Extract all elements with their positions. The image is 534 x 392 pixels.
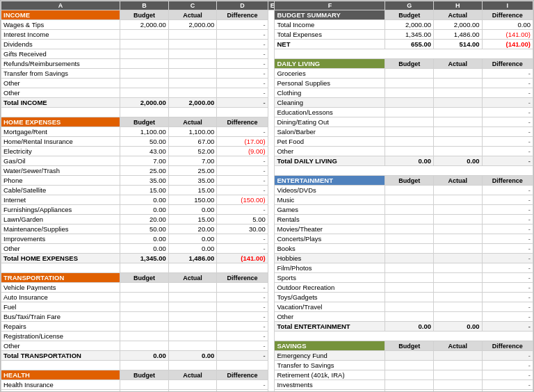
trans-other-budget[interactable] <box>120 341 169 351</box>
health-insurance-budget[interactable] <box>120 380 169 390</box>
gifts-received-actual[interactable] <box>168 49 217 59</box>
vacation-travel-budget[interactable] <box>385 302 434 312</box>
vacation-travel-actual[interactable] <box>433 302 482 312</box>
refunds-actual[interactable] <box>168 59 217 69</box>
internet-budget[interactable]: 0.00 <box>120 195 169 205</box>
gas-oil-actual[interactable]: 7.00 <box>168 156 217 166</box>
videos-dvds-budget[interactable] <box>385 186 434 195</box>
furnishings-budget[interactable]: 0.00 <box>120 205 169 215</box>
interest-actual[interactable] <box>168 30 217 40</box>
movies-theater-actual[interactable] <box>433 224 482 234</box>
income-other1-actual[interactable] <box>168 79 217 88</box>
furnishings-actual[interactable]: 0.00 <box>168 205 217 215</box>
education-lessons-actual[interactable] <box>433 108 482 117</box>
maintenance-budget[interactable]: 50.00 <box>120 224 169 234</box>
hobbies-budget[interactable] <box>385 254 434 263</box>
sports-actual[interactable] <box>433 273 482 283</box>
cleaning-budget[interactable] <box>385 98 434 108</box>
outdoor-rec-actual[interactable] <box>433 283 482 293</box>
clothing-budget[interactable] <box>385 88 434 98</box>
gifts-received-budget[interactable] <box>120 49 169 59</box>
mortgage-rent-budget[interactable]: 1,100.00 <box>120 127 169 137</box>
groceries-budget[interactable] <box>385 69 434 79</box>
education-actual[interactable] <box>433 390 482 393</box>
music-actual[interactable] <box>433 195 482 205</box>
lawn-garden-budget[interactable]: 20.00 <box>120 215 169 224</box>
retirement-budget[interactable] <box>385 370 434 380</box>
transfer-savings2-budget[interactable] <box>385 361 434 370</box>
cable-budget[interactable]: 15.00 <box>120 186 169 195</box>
water-budget[interactable]: 25.00 <box>120 166 169 176</box>
doctor-dentist-budget[interactable] <box>120 390 169 393</box>
registration-budget[interactable] <box>120 332 169 341</box>
ent-other-budget[interactable] <box>385 312 434 322</box>
electricity-actual[interactable]: 52.00 <box>168 147 217 156</box>
dividends-actual[interactable] <box>168 40 217 49</box>
investments-actual[interactable] <box>433 380 482 390</box>
transfer-savings-budget[interactable] <box>120 69 169 79</box>
bus-taxi-budget[interactable] <box>120 312 169 322</box>
toys-gadgets-budget[interactable] <box>385 293 434 302</box>
income-other2-budget[interactable] <box>120 88 169 98</box>
he-other-actual[interactable]: 0.00 <box>168 244 217 254</box>
games-budget[interactable] <box>385 205 434 215</box>
clothing-actual[interactable] <box>433 88 482 98</box>
cleaning-actual[interactable] <box>433 98 482 108</box>
books-actual[interactable] <box>433 244 482 254</box>
ent-other-actual[interactable] <box>433 312 482 322</box>
auto-insurance-actual[interactable] <box>168 293 217 302</box>
transfer-savings-actual[interactable] <box>168 69 217 79</box>
vehicle-payments-actual[interactable] <box>168 283 217 293</box>
outdoor-rec-budget[interactable] <box>385 283 434 293</box>
home-insurance-actual[interactable]: 67.00 <box>168 137 217 147</box>
phone-budget[interactable]: 35.00 <box>120 176 169 186</box>
sports-budget[interactable] <box>385 273 434 283</box>
gas-oil-budget[interactable]: 7.00 <box>120 156 169 166</box>
dl-other-actual[interactable] <box>433 147 482 156</box>
income-other2-actual[interactable] <box>168 88 217 98</box>
film-photos-actual[interactable] <box>433 263 482 273</box>
income-other1-budget[interactable] <box>120 79 169 88</box>
personal-supplies-budget[interactable] <box>385 79 434 88</box>
dl-other-budget[interactable] <box>385 147 434 156</box>
fuel-budget[interactable] <box>120 302 169 312</box>
games-actual[interactable] <box>433 205 482 215</box>
cable-actual[interactable]: 15.00 <box>168 186 217 195</box>
retirement-actual[interactable] <box>433 370 482 380</box>
groceries-actual[interactable] <box>433 69 482 79</box>
water-actual[interactable]: 25.00 <box>168 166 217 176</box>
interest-budget[interactable] <box>120 30 169 40</box>
registration-actual[interactable] <box>168 332 217 341</box>
personal-supplies-actual[interactable] <box>433 79 482 88</box>
hobbies-actual[interactable] <box>433 254 482 263</box>
lawn-garden-actual[interactable]: 15.00 <box>168 215 217 224</box>
trans-other-actual[interactable] <box>168 341 217 351</box>
emergency-fund-budget[interactable] <box>385 351 434 361</box>
refunds-budget[interactable] <box>120 59 169 69</box>
dining-out-budget[interactable] <box>385 117 434 127</box>
doctor-dentist-actual[interactable] <box>168 390 217 393</box>
emergency-fund-actual[interactable] <box>433 351 482 361</box>
pet-food-budget[interactable] <box>385 137 434 147</box>
he-other-budget[interactable]: 0.00 <box>120 244 169 254</box>
investments-budget[interactable] <box>385 380 434 390</box>
pet-food-actual[interactable] <box>433 137 482 147</box>
videos-dvds-actual[interactable] <box>433 186 482 195</box>
books-budget[interactable] <box>385 244 434 254</box>
bus-taxi-actual[interactable] <box>168 312 217 322</box>
dividends-budget[interactable] <box>120 40 169 49</box>
salon-barber-budget[interactable] <box>385 127 434 137</box>
repairs-budget[interactable] <box>120 322 169 332</box>
wages-budget[interactable]: 2,000.00 <box>120 20 169 30</box>
concerts-plays-actual[interactable] <box>433 234 482 244</box>
repairs-actual[interactable] <box>168 322 217 332</box>
home-insurance-budget[interactable]: 50.00 <box>120 137 169 147</box>
vehicle-payments-budget[interactable] <box>120 283 169 293</box>
toys-gadgets-actual[interactable] <box>433 293 482 302</box>
health-insurance-actual[interactable] <box>168 380 217 390</box>
phone-actual[interactable]: 35.00 <box>168 176 217 186</box>
dining-out-actual[interactable] <box>433 117 482 127</box>
rentals-actual[interactable] <box>433 215 482 224</box>
transfer-savings2-actual[interactable] <box>433 361 482 370</box>
rentals-budget[interactable] <box>385 215 434 224</box>
